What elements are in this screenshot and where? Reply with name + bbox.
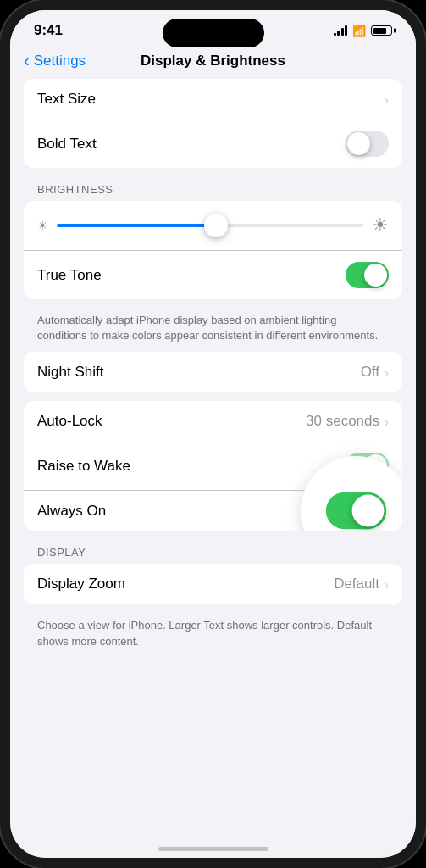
raise-to-wake-label: Raise to Wake [37, 458, 130, 475]
auto-lock-right: 30 seconds › [306, 413, 389, 430]
display-zoom-label: Display Zoom [37, 576, 125, 593]
back-label[interactable]: Settings [34, 53, 86, 70]
nav-bar: ‹ Settings Display & Brightness [10, 44, 416, 79]
night-shift-row[interactable]: Night Shift Off › [24, 352, 402, 392]
display-zoom-value: Default [334, 576, 379, 593]
auto-lock-chevron: › [385, 415, 389, 429]
display-zoom-right: Default › [334, 576, 389, 593]
phone-frame: 9:41 📶 ‹ Settings Display & Bright [0, 0, 426, 868]
night-shift-right: Off › [361, 364, 389, 381]
bold-text-label: Bold Text [37, 136, 97, 153]
night-shift-group: Night Shift Off › [24, 352, 402, 392]
back-button[interactable]: ‹ Settings [24, 51, 86, 70]
bold-text-toggle-knob [347, 132, 370, 155]
display-zoom-note: Choose a view for iPhone. Larger Text sh… [24, 613, 402, 657]
display-section-label: DISPLAY [24, 539, 402, 564]
page-title: Display & Brightness [141, 53, 285, 70]
status-time: 9:41 [34, 22, 63, 39]
brightness-high-icon: ☀ [372, 214, 389, 236]
bold-text-row[interactable]: Bold Text [24, 120, 402, 168]
brightness-slider-fill [57, 224, 216, 227]
night-shift-chevron: › [385, 365, 389, 380]
night-shift-label: Night Shift [37, 364, 103, 381]
bold-text-toggle[interactable] [346, 131, 389, 157]
battery-icon [371, 25, 392, 36]
brightness-slider-row[interactable]: ☀ ☀ [24, 201, 402, 251]
always-on-row[interactable]: Always On [24, 490, 402, 531]
wifi-icon: 📶 [352, 25, 366, 37]
auto-lock-row[interactable]: Auto-Lock 30 seconds › [24, 401, 402, 442]
home-indicator [158, 847, 268, 851]
signal-icon [334, 25, 348, 36]
true-tone-row[interactable]: True Tone [24, 251, 402, 299]
brightness-slider[interactable] [57, 224, 363, 227]
brightness-low-icon: ☀ [37, 219, 48, 232]
text-group: Text Size › Bold Text [24, 79, 402, 168]
text-size-right: › [385, 92, 389, 107]
auto-lock-label: Auto-Lock [37, 413, 102, 430]
display-zoom-row[interactable]: Display Zoom Default › [24, 564, 402, 604]
dynamic-island [163, 19, 264, 47]
phone-screen: 9:41 📶 ‹ Settings Display & Bright [10, 10, 416, 858]
always-on-label: Always On [37, 503, 106, 520]
brightness-label: BRIGHTNESS [24, 176, 402, 201]
chevron-left-icon: ‹ [24, 51, 30, 70]
always-on-toggle[interactable] [325, 492, 385, 529]
true-tone-label: True Tone [37, 267, 102, 284]
settings-content: Text Size › Bold Text BRIGHTNESS ☀ [10, 79, 416, 842]
status-icons: 📶 [334, 25, 393, 37]
brightness-group: ☀ ☀ True Tone [24, 201, 402, 299]
true-tone-toggle-knob [364, 264, 387, 287]
true-tone-toggle[interactable] [346, 262, 389, 288]
true-tone-note: Automatically adapt iPhone display based… [24, 308, 402, 352]
display-zoom-group: Display Zoom Default › [24, 564, 402, 604]
always-on-toggle-knob [351, 495, 384, 527]
text-size-chevron: › [385, 92, 389, 107]
night-shift-value: Off [361, 364, 379, 381]
brightness-slider-thumb[interactable] [204, 214, 228, 237]
text-size-row[interactable]: Text Size › [24, 79, 402, 120]
text-size-label: Text Size [37, 91, 96, 108]
autolock-group: Auto-Lock 30 seconds › Raise to Wake Alw… [24, 401, 402, 531]
display-zoom-chevron: › [385, 577, 389, 592]
auto-lock-value: 30 seconds [306, 413, 379, 430]
